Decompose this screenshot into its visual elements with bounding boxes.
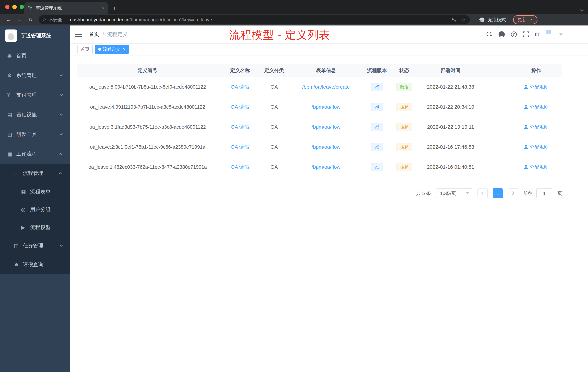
definition-name-link[interactable]: OA 请假 bbox=[231, 124, 250, 130]
forward-icon[interactable] bbox=[15, 15, 24, 24]
form-info-link[interactable]: /bpm/oa/flow bbox=[312, 104, 341, 110]
sidebar-item-label: 系统管理 bbox=[16, 72, 60, 79]
sidebar-item[interactable]: ◉ 首页 bbox=[0, 46, 70, 66]
version-badge: v4 bbox=[371, 103, 383, 111]
close-window-button[interactable] bbox=[5, 5, 10, 9]
browser-update-button[interactable]: 更新 bbox=[513, 15, 537, 24]
user-group-icon: ◎ bbox=[21, 207, 30, 213]
person-icon bbox=[524, 145, 528, 149]
main-area: 首页 流程定义 流程模型 - 定义列表 首页 bbox=[70, 25, 588, 372]
sidebar-item[interactable]: ◫ 任务管理 bbox=[0, 236, 70, 255]
definition-category: OA bbox=[262, 164, 287, 170]
chevron-icon bbox=[60, 113, 63, 116]
sidebar-toggle-icon[interactable] bbox=[75, 32, 82, 37]
form-info-link[interactable]: /bpm/oa/flow bbox=[312, 124, 341, 130]
security-label: 不安全 bbox=[49, 17, 62, 23]
table-row: oa_leave:2:3c1f0ef1-76b1-11ec-9c66-a2380… bbox=[77, 137, 562, 157]
assign-rule-button[interactable]: 分配规则 bbox=[524, 144, 548, 150]
sidebar-item-label: 用户分组 bbox=[30, 206, 63, 213]
definition-name-link[interactable]: OA 请假 bbox=[231, 84, 250, 90]
maximize-window-button[interactable] bbox=[20, 5, 24, 9]
font-size-icon[interactable] bbox=[535, 32, 540, 37]
sidebar-item[interactable]: ▣ 工作流程 bbox=[0, 144, 70, 164]
definition-table: 定义编号 定义名称 定义分类 表单信息 流程版本 状态 部署时间 操作 oa_l… bbox=[77, 64, 562, 177]
assign-rule-button[interactable]: 分配规则 bbox=[524, 124, 548, 130]
address-bar[interactable]: 不安全 | dashboard.yudao.iocoder.cn /bpm/ma… bbox=[39, 15, 470, 24]
app-title: 芋道管理系统 bbox=[21, 32, 51, 39]
url-divider: | bbox=[66, 17, 67, 22]
browser-menu-kebab-icon[interactable] bbox=[529, 17, 534, 22]
person-icon bbox=[524, 105, 528, 109]
gear-icon: ⚙ bbox=[7, 72, 16, 78]
not-secure-warning-icon bbox=[43, 17, 47, 22]
table-row: oa_leave:4:991f2193-7b7f-11ec-a3c8-acde4… bbox=[77, 97, 562, 117]
col-form-info: 表单信息 bbox=[287, 67, 365, 74]
tab-search-chevron-icon[interactable] bbox=[580, 8, 583, 11]
view-tag[interactable]: 首页 bbox=[77, 44, 93, 54]
definition-category: OA bbox=[262, 144, 287, 150]
goto-page-input[interactable] bbox=[536, 188, 552, 198]
sidebar-item[interactable]: ≣ 流程管理 bbox=[0, 164, 70, 183]
version-badge: v3 bbox=[371, 123, 383, 131]
assign-rule-button[interactable]: 分配规则 bbox=[524, 164, 548, 170]
tab-title: 芋道管理系统 bbox=[36, 5, 99, 11]
app: 芋道管理系统 ◉ 首页 ⚙ 系统管理 ¥ 支付管理 ▤ 基础设施 bbox=[0, 25, 588, 372]
page-unit-label: 页 bbox=[557, 190, 562, 197]
github-icon[interactable] bbox=[499, 31, 505, 37]
definition-name-link[interactable]: OA 请假 bbox=[231, 144, 250, 150]
next-page-button[interactable] bbox=[508, 188, 518, 198]
sidebar-item[interactable]: ◎ 用户分组 bbox=[0, 201, 70, 219]
sidebar-item[interactable]: ▤ 基础设施 bbox=[0, 105, 70, 124]
search-icon[interactable] bbox=[486, 31, 492, 37]
process-form-icon: ▦ bbox=[21, 189, 30, 195]
tag-label: 流程定义 bbox=[103, 46, 120, 52]
favicon-plant-icon bbox=[28, 5, 33, 11]
assign-rule-button[interactable]: 分配规则 bbox=[524, 104, 548, 110]
sidebar-logo-row[interactable]: 芋道管理系统 bbox=[0, 25, 70, 46]
password-key-icon[interactable] bbox=[452, 17, 457, 22]
definition-id: oa_leave:1:482ec033-762a-11ec-8477-a2380… bbox=[77, 164, 219, 170]
avatar-caret-icon[interactable] bbox=[559, 33, 563, 35]
form-info-link[interactable]: /bpm/oa/flow bbox=[312, 164, 341, 170]
dev-tools-icon: ▧ bbox=[7, 131, 16, 137]
reload-icon[interactable] bbox=[26, 15, 35, 24]
sidebar-item[interactable]: ▧ 研发工具 bbox=[0, 124, 70, 144]
form-info-link[interactable]: /bpm/oa/leave/create bbox=[302, 84, 350, 90]
window-controls bbox=[5, 5, 24, 9]
col-status: 状态 bbox=[389, 67, 420, 74]
sidebar-item[interactable]: ¥ 支付管理 bbox=[0, 85, 70, 105]
help-icon[interactable] bbox=[511, 32, 517, 37]
sidebar-item[interactable]: ☻ 请假查询 bbox=[0, 255, 70, 274]
sidebar-item-label: 流程管理 bbox=[23, 170, 60, 177]
definition-name-link[interactable]: OA 请假 bbox=[231, 104, 250, 110]
avatar[interactable] bbox=[546, 30, 555, 39]
new-tab-button[interactable] bbox=[113, 5, 116, 12]
chevron-right-icon bbox=[511, 191, 514, 195]
form-info-link[interactable]: /bpm/oa/flow bbox=[312, 144, 341, 150]
col-definition-category: 定义分类 bbox=[262, 67, 287, 74]
person-icon bbox=[524, 85, 528, 89]
browser-tab[interactable]: 芋道管理系统 bbox=[24, 2, 108, 14]
back-icon[interactable] bbox=[4, 15, 13, 24]
sidebar-item[interactable]: ⚙ 系统管理 bbox=[0, 66, 70, 85]
tag-close-icon[interactable]: × bbox=[123, 47, 126, 52]
prev-page-button[interactable] bbox=[477, 188, 488, 198]
page-number-button[interactable]: 1 bbox=[493, 188, 503, 198]
content: 定义编号 定义名称 定义分类 表单信息 流程版本 状态 部署时间 操作 oa_l… bbox=[70, 55, 588, 372]
bookmark-star-icon[interactable] bbox=[461, 17, 465, 23]
status-badge: 挂起 bbox=[396, 103, 412, 111]
annotation-title: 流程模型 - 定义列表 bbox=[229, 29, 330, 41]
fullscreen-icon[interactable] bbox=[523, 32, 529, 37]
definition-name-link[interactable]: OA 请假 bbox=[231, 164, 250, 170]
view-tag[interactable]: 流程定义 × bbox=[95, 44, 129, 54]
assign-rule-button[interactable]: 分配规则 bbox=[524, 84, 548, 90]
sidebar-item[interactable]: ▦ 流程表单 bbox=[0, 183, 70, 201]
tab-close-icon[interactable] bbox=[102, 5, 105, 11]
breadcrumb-home[interactable]: 首页 bbox=[89, 31, 99, 38]
table-row: oa_leave:1:482ec033-762a-11ec-8477-a2380… bbox=[77, 157, 562, 177]
assign-rule-label: 分配规则 bbox=[530, 84, 548, 90]
sidebar-item[interactable]: ▶ 流程模型 bbox=[0, 219, 70, 236]
page-size-select[interactable]: 10条/页 bbox=[436, 188, 472, 198]
minimize-window-button[interactable] bbox=[12, 5, 17, 9]
tags-bar: 首页 流程定义 × bbox=[70, 44, 588, 55]
